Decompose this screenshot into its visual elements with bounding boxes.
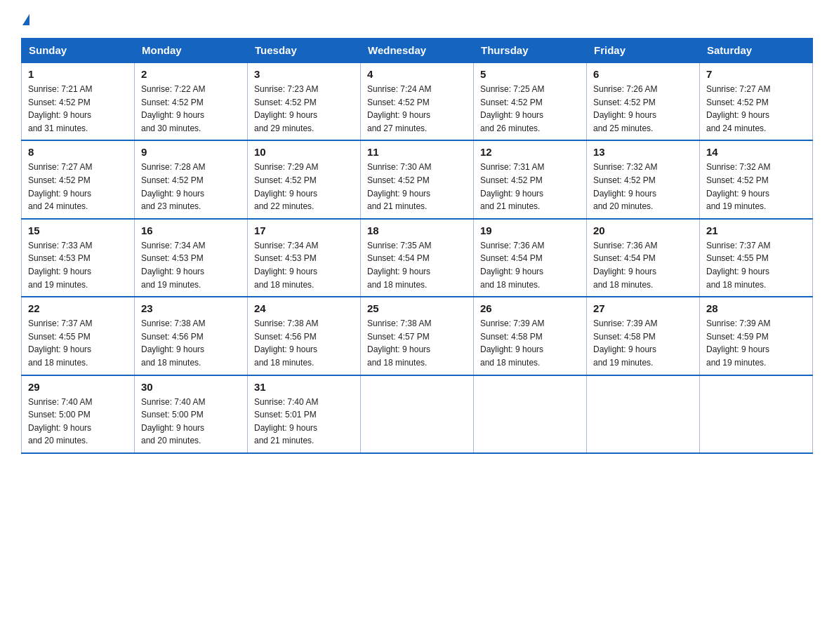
day-number-30: 30: [141, 381, 241, 393]
header-saturday: Saturday: [700, 39, 813, 63]
day-number-22: 22: [28, 302, 128, 314]
day-info-20: Sunrise: 7:36 AMSunset: 4:54 PMDaylight:…: [593, 239, 693, 291]
day-cell-15: 15Sunrise: 7:33 AMSunset: 4:53 PMDayligh…: [22, 219, 135, 297]
day-info-4: Sunrise: 7:24 AMSunset: 4:52 PMDaylight:…: [367, 83, 467, 135]
day-number-8: 8: [28, 146, 128, 158]
header-friday: Friday: [587, 39, 700, 63]
day-cell-3: 3Sunrise: 7:23 AMSunset: 4:52 PMDaylight…: [248, 62, 361, 140]
day-cell-16: 16Sunrise: 7:34 AMSunset: 4:53 PMDayligh…: [135, 219, 248, 297]
day-number-16: 16: [141, 224, 241, 236]
day-cell-5: 5Sunrise: 7:25 AMSunset: 4:52 PMDaylight…: [474, 62, 587, 140]
day-number-5: 5: [480, 68, 580, 80]
day-number-19: 19: [480, 224, 580, 236]
day-info-6: Sunrise: 7:26 AMSunset: 4:52 PMDaylight:…: [593, 83, 693, 135]
day-info-27: Sunrise: 7:39 AMSunset: 4:58 PMDaylight:…: [593, 317, 693, 369]
day-number-2: 2: [141, 68, 241, 80]
header-wednesday: Wednesday: [361, 39, 474, 63]
week-row-2: 8Sunrise: 7:27 AMSunset: 4:52 PMDaylight…: [22, 140, 813, 218]
day-cell-9: 9Sunrise: 7:28 AMSunset: 4:52 PMDaylight…: [135, 140, 248, 218]
day-number-26: 26: [480, 302, 580, 314]
day-cell-22: 22Sunrise: 7:37 AMSunset: 4:55 PMDayligh…: [22, 297, 135, 375]
day-number-29: 29: [28, 381, 128, 393]
week-row-5: 29Sunrise: 7:40 AMSunset: 5:00 PMDayligh…: [22, 375, 813, 453]
week-row-4: 22Sunrise: 7:37 AMSunset: 4:55 PMDayligh…: [22, 297, 813, 375]
day-info-25: Sunrise: 7:38 AMSunset: 4:57 PMDaylight:…: [367, 317, 467, 369]
empty-cell-w4-d6: [700, 375, 813, 453]
empty-cell-w4-d5: [587, 375, 700, 453]
day-cell-23: 23Sunrise: 7:38 AMSunset: 4:56 PMDayligh…: [135, 297, 248, 375]
day-cell-30: 30Sunrise: 7:40 AMSunset: 5:00 PMDayligh…: [135, 375, 248, 453]
day-cell-11: 11Sunrise: 7:30 AMSunset: 4:52 PMDayligh…: [361, 140, 474, 218]
day-cell-17: 17Sunrise: 7:34 AMSunset: 4:53 PMDayligh…: [248, 219, 361, 297]
day-cell-14: 14Sunrise: 7:32 AMSunset: 4:52 PMDayligh…: [700, 140, 813, 218]
day-info-29: Sunrise: 7:40 AMSunset: 5:00 PMDaylight:…: [28, 396, 128, 448]
day-cell-27: 27Sunrise: 7:39 AMSunset: 4:58 PMDayligh…: [587, 297, 700, 375]
day-cell-21: 21Sunrise: 7:37 AMSunset: 4:55 PMDayligh…: [700, 219, 813, 297]
day-info-21: Sunrise: 7:37 AMSunset: 4:55 PMDaylight:…: [706, 239, 806, 291]
header-monday: Monday: [135, 39, 248, 63]
day-cell-19: 19Sunrise: 7:36 AMSunset: 4:54 PMDayligh…: [474, 219, 587, 297]
page-header: [21, 14, 813, 25]
day-cell-12: 12Sunrise: 7:31 AMSunset: 4:52 PMDayligh…: [474, 140, 587, 218]
day-info-15: Sunrise: 7:33 AMSunset: 4:53 PMDaylight:…: [28, 239, 128, 291]
day-cell-13: 13Sunrise: 7:32 AMSunset: 4:52 PMDayligh…: [587, 140, 700, 218]
calendar-header-row: SundayMondayTuesdayWednesdayThursdayFrid…: [22, 39, 813, 63]
day-number-9: 9: [141, 146, 241, 158]
day-cell-6: 6Sunrise: 7:26 AMSunset: 4:52 PMDaylight…: [587, 62, 700, 140]
day-info-3: Sunrise: 7:23 AMSunset: 4:52 PMDaylight:…: [254, 83, 354, 135]
calendar-table: SundayMondayTuesdayWednesdayThursdayFrid…: [21, 38, 813, 454]
day-info-24: Sunrise: 7:38 AMSunset: 4:56 PMDaylight:…: [254, 317, 354, 369]
empty-cell-w4-d3: [361, 375, 474, 453]
day-cell-29: 29Sunrise: 7:40 AMSunset: 5:00 PMDayligh…: [22, 375, 135, 453]
day-cell-28: 28Sunrise: 7:39 AMSunset: 4:59 PMDayligh…: [700, 297, 813, 375]
day-info-28: Sunrise: 7:39 AMSunset: 4:59 PMDaylight:…: [706, 317, 806, 369]
day-number-3: 3: [254, 68, 354, 80]
day-cell-20: 20Sunrise: 7:36 AMSunset: 4:54 PMDayligh…: [587, 219, 700, 297]
week-row-1: 1Sunrise: 7:21 AMSunset: 4:52 PMDaylight…: [22, 62, 813, 140]
day-number-12: 12: [480, 146, 580, 158]
day-info-23: Sunrise: 7:38 AMSunset: 4:56 PMDaylight:…: [141, 317, 241, 369]
logo-triangle-icon: [22, 14, 29, 25]
day-number-6: 6: [593, 68, 693, 80]
day-number-20: 20: [593, 224, 693, 236]
day-number-18: 18: [367, 224, 467, 236]
day-info-17: Sunrise: 7:34 AMSunset: 4:53 PMDaylight:…: [254, 239, 354, 291]
day-info-1: Sunrise: 7:21 AMSunset: 4:52 PMDaylight:…: [28, 83, 128, 135]
day-number-17: 17: [254, 224, 354, 236]
week-row-3: 15Sunrise: 7:33 AMSunset: 4:53 PMDayligh…: [22, 219, 813, 297]
day-number-23: 23: [141, 302, 241, 314]
day-cell-4: 4Sunrise: 7:24 AMSunset: 4:52 PMDaylight…: [361, 62, 474, 140]
day-cell-10: 10Sunrise: 7:29 AMSunset: 4:52 PMDayligh…: [248, 140, 361, 218]
header-sunday: Sunday: [22, 39, 135, 63]
day-info-2: Sunrise: 7:22 AMSunset: 4:52 PMDaylight:…: [141, 83, 241, 135]
day-cell-8: 8Sunrise: 7:27 AMSunset: 4:52 PMDaylight…: [22, 140, 135, 218]
day-info-18: Sunrise: 7:35 AMSunset: 4:54 PMDaylight:…: [367, 239, 467, 291]
day-number-7: 7: [706, 68, 806, 80]
day-info-30: Sunrise: 7:40 AMSunset: 5:00 PMDaylight:…: [141, 396, 241, 448]
day-number-31: 31: [254, 381, 354, 393]
header-tuesday: Tuesday: [248, 39, 361, 63]
day-info-22: Sunrise: 7:37 AMSunset: 4:55 PMDaylight:…: [28, 317, 128, 369]
day-number-15: 15: [28, 224, 128, 236]
day-info-12: Sunrise: 7:31 AMSunset: 4:52 PMDaylight:…: [480, 161, 580, 213]
day-info-16: Sunrise: 7:34 AMSunset: 4:53 PMDaylight:…: [141, 239, 241, 291]
empty-cell-w4-d4: [474, 375, 587, 453]
day-number-1: 1: [28, 68, 128, 80]
day-info-14: Sunrise: 7:32 AMSunset: 4:52 PMDaylight:…: [706, 161, 806, 213]
day-info-8: Sunrise: 7:27 AMSunset: 4:52 PMDaylight:…: [28, 161, 128, 213]
logo: [21, 14, 29, 25]
day-info-19: Sunrise: 7:36 AMSunset: 4:54 PMDaylight:…: [480, 239, 580, 291]
day-number-11: 11: [367, 146, 467, 158]
day-info-13: Sunrise: 7:32 AMSunset: 4:52 PMDaylight:…: [593, 161, 693, 213]
day-number-4: 4: [367, 68, 467, 80]
day-info-10: Sunrise: 7:29 AMSunset: 4:52 PMDaylight:…: [254, 161, 354, 213]
day-cell-25: 25Sunrise: 7:38 AMSunset: 4:57 PMDayligh…: [361, 297, 474, 375]
day-info-26: Sunrise: 7:39 AMSunset: 4:58 PMDaylight:…: [480, 317, 580, 369]
day-number-28: 28: [706, 302, 806, 314]
day-number-21: 21: [706, 224, 806, 236]
day-number-13: 13: [593, 146, 693, 158]
day-cell-31: 31Sunrise: 7:40 AMSunset: 5:01 PMDayligh…: [248, 375, 361, 453]
day-cell-18: 18Sunrise: 7:35 AMSunset: 4:54 PMDayligh…: [361, 219, 474, 297]
day-cell-26: 26Sunrise: 7:39 AMSunset: 4:58 PMDayligh…: [474, 297, 587, 375]
day-number-24: 24: [254, 302, 354, 314]
